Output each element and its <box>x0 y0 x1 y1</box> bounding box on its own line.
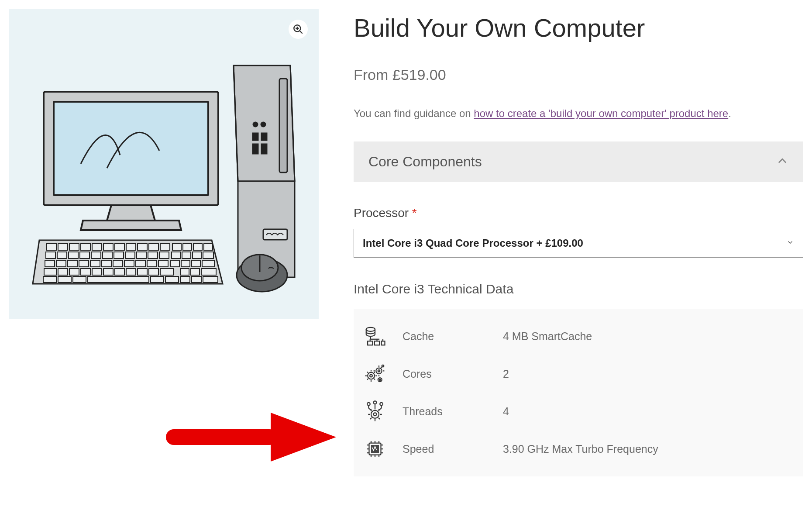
svg-rect-25 <box>172 244 181 250</box>
svg-rect-57 <box>192 260 200 267</box>
tech-value: 3.90 GHz Max Turbo Frequency <box>503 443 658 455</box>
svg-rect-31 <box>69 252 78 259</box>
svg-rect-71 <box>191 269 200 275</box>
svg-rect-52 <box>136 260 145 267</box>
svg-rect-10 <box>261 144 267 154</box>
svg-rect-58 <box>202 260 214 267</box>
svg-line-1 <box>300 31 303 34</box>
svg-point-99 <box>367 403 370 406</box>
svg-point-91 <box>370 375 372 377</box>
svg-point-96 <box>382 365 384 367</box>
svg-rect-38 <box>148 252 158 259</box>
svg-point-101 <box>380 403 383 406</box>
processor-label: Processor * <box>354 206 803 220</box>
accordion-core-components[interactable]: Core Components <box>354 141 803 182</box>
svg-point-90 <box>368 372 375 379</box>
svg-rect-65 <box>115 269 124 275</box>
svg-rect-32 <box>80 252 89 259</box>
svg-point-6 <box>261 122 265 127</box>
svg-point-93 <box>378 370 380 372</box>
svg-rect-37 <box>137 252 146 259</box>
guidance-suffix: . <box>728 107 731 119</box>
svg-rect-56 <box>181 260 190 267</box>
svg-rect-29 <box>46 252 55 259</box>
tech-value: 2 <box>503 368 509 380</box>
svg-rect-43 <box>203 252 213 259</box>
svg-rect-59 <box>44 269 56 275</box>
svg-rect-54 <box>158 260 168 267</box>
processor-select[interactable]: Intel Core i3 Quad Core Processor + £109… <box>354 229 803 258</box>
accordion-title: Core Components <box>368 154 482 170</box>
svg-rect-87 <box>368 341 372 345</box>
svg-rect-73 <box>43 276 56 283</box>
svg-point-98 <box>374 413 377 416</box>
svg-rect-22 <box>138 244 147 250</box>
tech-row-speed: Speed 3.90 GHz Max Turbo Frequency <box>362 430 795 468</box>
svg-rect-21 <box>126 244 136 250</box>
svg-point-100 <box>374 401 377 404</box>
svg-rect-64 <box>103 269 113 275</box>
svg-rect-60 <box>58 269 68 275</box>
svg-point-94 <box>378 378 382 382</box>
svg-rect-23 <box>149 244 158 250</box>
product-image[interactable] <box>9 9 319 319</box>
svg-rect-68 <box>149 269 158 275</box>
svg-rect-79 <box>180 276 190 283</box>
processor-selected-value: Intel Core i3 Quad Core Processor + £109… <box>363 237 583 249</box>
svg-rect-36 <box>125 252 135 259</box>
svg-rect-63 <box>92 269 102 275</box>
svg-rect-41 <box>182 252 191 259</box>
guidance-link[interactable]: how to create a 'build your own computer… <box>474 107 728 119</box>
svg-rect-69 <box>160 269 173 275</box>
svg-rect-8 <box>261 133 267 140</box>
svg-rect-27 <box>193 244 202 250</box>
svg-rect-88 <box>375 341 379 345</box>
chip-icon <box>362 436 388 462</box>
svg-rect-53 <box>147 260 157 267</box>
svg-rect-13 <box>54 102 208 195</box>
svg-rect-80 <box>192 276 201 283</box>
svg-marker-85 <box>271 413 336 462</box>
annotation-arrow-icon <box>162 410 336 463</box>
svg-rect-39 <box>159 252 169 259</box>
svg-rect-74 <box>58 276 71 283</box>
computer-illustration <box>24 33 303 295</box>
svg-rect-66 <box>126 269 136 275</box>
processor-label-text: Processor <box>354 206 409 220</box>
svg-rect-42 <box>193 252 201 259</box>
svg-rect-7 <box>253 133 258 140</box>
svg-rect-84 <box>166 429 277 445</box>
tech-label: Cores <box>403 368 503 380</box>
svg-rect-89 <box>382 341 385 345</box>
svg-rect-47 <box>79 260 89 267</box>
technical-data-title: Intel Core i3 Technical Data <box>354 282 803 296</box>
tech-value: 4 <box>503 405 509 418</box>
svg-point-97 <box>371 410 379 418</box>
svg-rect-18 <box>92 244 102 250</box>
svg-rect-51 <box>124 260 134 267</box>
product-title: Build Your Own Computer <box>354 13 803 42</box>
svg-rect-76 <box>88 276 149 283</box>
svg-rect-62 <box>81 269 90 275</box>
svg-point-95 <box>379 379 381 380</box>
svg-point-86 <box>366 328 375 331</box>
svg-rect-26 <box>183 244 192 250</box>
svg-point-5 <box>253 122 258 127</box>
chevron-up-icon <box>776 155 788 169</box>
svg-rect-44 <box>45 260 55 267</box>
svg-rect-77 <box>151 276 164 283</box>
svg-rect-48 <box>90 260 100 267</box>
chevron-down-icon <box>786 238 794 248</box>
svg-rect-72 <box>201 269 216 275</box>
svg-rect-24 <box>160 244 170 250</box>
svg-rect-19 <box>103 244 113 250</box>
svg-rect-78 <box>165 276 179 283</box>
tech-row-threads: Threads 4 <box>362 393 795 430</box>
svg-rect-55 <box>171 260 179 267</box>
svg-rect-4 <box>279 79 287 172</box>
svg-rect-30 <box>57 252 67 259</box>
svg-rect-17 <box>81 244 90 250</box>
svg-rect-35 <box>114 252 124 259</box>
svg-rect-15 <box>58 244 68 250</box>
zoom-icon[interactable] <box>289 20 308 39</box>
